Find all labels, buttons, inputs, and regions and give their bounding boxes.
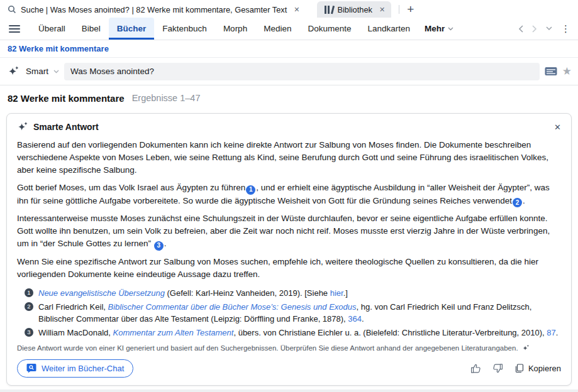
tab-library[interactable]: Bibliothek ✕ bbox=[317, 1, 391, 18]
results-range: Ergebnisse 1–47 bbox=[132, 93, 201, 103]
footnote-number: 1 bbox=[25, 288, 33, 297]
footnote-text: Neue evangelistische Übersetzung (Gefell… bbox=[38, 287, 348, 299]
footnote-ref[interactable]: 1 bbox=[246, 185, 255, 195]
card-footer: Weiter im Bücher-Chat Kopieren bbox=[17, 359, 561, 378]
breadcrumb: 82 Werke mit kommentare bbox=[0, 40, 578, 58]
tab-label: Bibliothek bbox=[337, 5, 372, 14]
thumbs-up-icon[interactable] bbox=[470, 363, 481, 374]
nav-item-landkarten[interactable]: Landkarten bbox=[359, 18, 418, 40]
nav-items: Überall Bibel Bücher Faktenbuch Morph Me… bbox=[30, 18, 460, 40]
search-input[interactable] bbox=[64, 63, 540, 80]
sparkle-icon bbox=[522, 344, 530, 352]
close-icon[interactable]: ✕ bbox=[294, 6, 299, 14]
smart-answer-card: Smarte Antwort ✕ Basierend auf den vorli… bbox=[6, 113, 572, 386]
footnote-title-link[interactable]: Biblischer Commentar über die Bücher Mos… bbox=[108, 302, 357, 312]
copy-label: Kopieren bbox=[528, 364, 561, 373]
footnote-item: 1Neue evangelistische Übersetzung (Gefel… bbox=[17, 287, 561, 299]
forward-icon[interactable] bbox=[532, 25, 537, 33]
results-title: 82 Werke mit kommentare bbox=[8, 93, 125, 104]
kebab-menu-icon[interactable]: ⋮ bbox=[561, 23, 570, 35]
card-title: Smarte Antwort bbox=[33, 122, 99, 132]
continue-chat-button[interactable]: Weiter im Bücher-Chat bbox=[17, 359, 133, 378]
answer-paragraph: Basierend auf den vorliegenden Dokumente… bbox=[17, 139, 561, 177]
tab-bar: Suche | Was Moses anointed? | 82 Werke m… bbox=[0, 0, 578, 18]
tab-label: Suche | Was Moses anointed? | 82 Werke m… bbox=[21, 5, 287, 14]
results-header: 82 Werke mit kommentare Ergebnisse 1–47 bbox=[0, 85, 578, 111]
footnote-title-link[interactable]: Kommentar zum Alten Testament bbox=[113, 328, 233, 337]
footnote-number: 2 bbox=[25, 302, 33, 311]
footnote-ref[interactable]: 3 bbox=[154, 241, 164, 251]
thumbs-down-icon[interactable] bbox=[492, 363, 503, 374]
copy-button[interactable]: Kopieren bbox=[514, 364, 561, 373]
bottom-strip bbox=[0, 389, 578, 392]
tab-divider bbox=[399, 5, 399, 14]
nav-item-buecher[interactable]: Bücher bbox=[109, 18, 155, 40]
footnote-number: 3 bbox=[25, 328, 33, 337]
library-icon bbox=[325, 6, 333, 14]
ai-disclaimer: Diese Antwort wurde von einer KI generie… bbox=[17, 344, 561, 353]
nav-item-dokumente[interactable]: Dokumente bbox=[299, 18, 359, 40]
tab-search-results[interactable]: Suche | Was Moses anointed? | 82 Werke m… bbox=[0, 1, 306, 18]
app-window: Suche | Was Moses anointed? | 82 Werke m… bbox=[0, 0, 578, 392]
disclaimer-text: Diese Antwort wurde von einer KI generie… bbox=[17, 344, 518, 353]
nav-item-morph[interactable]: Morph bbox=[215, 18, 255, 40]
search-icon bbox=[8, 5, 16, 14]
close-icon[interactable]: ✕ bbox=[379, 6, 385, 14]
keyboard-icon[interactable] bbox=[545, 67, 557, 76]
nav-bar: Überall Bibel Bücher Faktenbuch Morph Me… bbox=[0, 18, 578, 40]
chat-search-icon bbox=[26, 363, 36, 373]
chevron-down-icon[interactable] bbox=[53, 70, 59, 74]
copy-icon bbox=[514, 364, 524, 373]
chevron-down-icon bbox=[448, 27, 453, 31]
footnote-ref[interactable]: 2 bbox=[513, 198, 522, 207]
footnote-link[interactable]: 87 bbox=[547, 328, 555, 337]
nav-right-controls: ⋮ bbox=[518, 18, 578, 40]
answer-paragraph: Gott berief Moses, um das Volk Israel au… bbox=[17, 182, 561, 207]
nav-item-faktenbuch[interactable]: Faktenbuch bbox=[154, 18, 215, 40]
nav-item-mehr[interactable]: Mehr bbox=[418, 18, 460, 40]
footnote-item: 3William MacDonald, Kommentar zum Alten … bbox=[17, 327, 561, 339]
answer-paragraph: Interessanterweise musste Moses zunächst… bbox=[17, 212, 561, 251]
footnote-link[interactable]: hier bbox=[330, 288, 343, 298]
footnote-link[interactable]: 364 bbox=[348, 314, 362, 324]
menu-icon[interactable] bbox=[5, 18, 24, 40]
answer-paragraphs: Basierend auf den vorliegenden Dokumente… bbox=[17, 139, 561, 281]
footnote-text: Carl Friedrich Keil, Biblischer Commenta… bbox=[38, 301, 561, 325]
answer-paragraph: Wenn Sie eine spezifische Antwort zur Sa… bbox=[17, 256, 561, 281]
nav-item-bibel[interactable]: Bibel bbox=[74, 18, 109, 40]
nav-item-medien[interactable]: Medien bbox=[255, 18, 299, 40]
card-header: Smarte Antwort ✕ bbox=[17, 121, 561, 133]
back-icon[interactable] bbox=[518, 25, 523, 33]
search-mode-label[interactable]: Smart bbox=[26, 67, 48, 76]
footnote-list: 1Neue evangelistische Übersetzung (Gefel… bbox=[17, 287, 561, 339]
nav-item-ueberall[interactable]: Überall bbox=[30, 18, 74, 40]
new-tab-button[interactable]: + bbox=[407, 3, 414, 15]
history-chevron-icon[interactable] bbox=[546, 26, 552, 31]
footnote-text: William MacDonald, Kommentar zum Alten T… bbox=[38, 327, 558, 339]
breadcrumb-link[interactable]: 82 Werke mit kommentare bbox=[8, 44, 109, 53]
search-bar: Smart ★ bbox=[0, 58, 578, 85]
footnote-item: 2Carl Friedrich Keil, Biblischer Comment… bbox=[17, 301, 561, 325]
footer-actions: Kopieren bbox=[470, 363, 561, 374]
smart-sparkle-icon bbox=[8, 65, 19, 77]
footnote-title-link[interactable]: Neue evangelistische Übersetzung bbox=[38, 288, 165, 298]
favorite-star-icon[interactable]: ★ bbox=[562, 66, 572, 77]
close-icon[interactable]: ✕ bbox=[554, 122, 561, 132]
smart-sparkle-icon bbox=[17, 121, 28, 133]
